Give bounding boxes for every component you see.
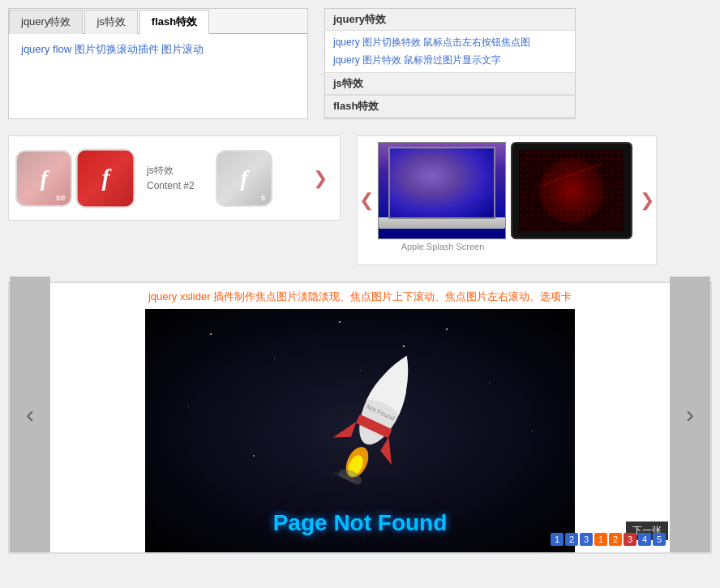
gallery-item-1-caption: Apple Splash Screen [378, 242, 508, 251]
xslider-content: Not Found Page Not Found [145, 309, 575, 552]
flash-icon-1-letter: f [41, 165, 47, 191]
right-chevron-icon: › [686, 401, 694, 428]
flash-slide-track: f se f js特效 Content #2 f s [15, 150, 272, 207]
xslider-row: ‹ [10, 309, 710, 552]
tab-panel: jquery特效 js特效 flash特效 jquery flow 图片切换滚动… [8, 8, 308, 119]
page-dot-3[interactable]: 3 [580, 533, 593, 546]
flash-icon-2: f [75, 148, 135, 208]
page-dot-8[interactable]: 5 [653, 533, 666, 546]
gallery-item-2 [511, 142, 641, 260]
tab-js[interactable]: js特效 [84, 10, 137, 34]
flash-icon-3-sub: s [261, 192, 266, 202]
tab-jquery[interactable]: jquery特效 [9, 10, 83, 34]
flash-icon-1: f se [15, 150, 72, 207]
category-js-title: js特效 [325, 73, 575, 95]
tab-flash-link[interactable]: jquery flow 图片切换滚动插件 图片滚动 [21, 43, 204, 55]
left-chevron-icon: ‹ [26, 401, 34, 428]
page-dot-6[interactable]: 3 [624, 533, 636, 546]
top-section: jquery特效 js特效 flash特效 jquery flow 图片切换滚动… [0, 0, 720, 119]
flash-slide-title: js特效 [147, 163, 195, 178]
flash-right-arrow[interactable]: ❯ [309, 168, 332, 189]
page-dot-4[interactable]: 1 [594, 533, 607, 546]
xslider-title: jquery xslider 插件制作焦点图片淡隐淡现、焦点图片上下滚动、焦点图… [10, 290, 710, 309]
tab-bar: jquery特效 js特效 flash特效 [9, 9, 307, 34]
xslider-left-arrow[interactable]: ‹ [10, 277, 50, 552]
pagination: 1 2 3 1 2 3 4 5 [551, 533, 666, 546]
category-flash-title: flash特效 [325, 96, 575, 118]
category-jquery-section: jquery特效 jquery 图片切换特效 鼠标点击左右按钮焦点图 jquer… [325, 9, 575, 73]
flash-slide-info: js特效 Content #2 [147, 163, 195, 194]
category-panel: jquery特效 jquery 图片切换特效 鼠标点击左右按钮焦点图 jquer… [324, 8, 576, 119]
category-flash-section: flash特效 [325, 96, 575, 118]
gallery-left-arrow[interactable]: ❮ [359, 190, 374, 211]
flash-slide-subtitle: Content #2 [147, 178, 195, 194]
xslider-right-arrow[interactable]: › [670, 277, 710, 552]
page-dot-5[interactable]: 2 [609, 533, 622, 546]
category-jquery-title: jquery特效 [325, 9, 575, 31]
flash-icon-2-letter: f [102, 165, 109, 192]
flash-icon-3: f s [216, 150, 272, 207]
gallery-right-arrow[interactable]: ❯ [640, 190, 654, 211]
page-not-found-text: Page Not Found [273, 510, 448, 536]
gallery-track: Apple Splash Screen [378, 142, 641, 260]
page-dot-1[interactable]: 1 [551, 533, 564, 546]
page-dot-2[interactable]: 2 [565, 533, 578, 546]
bottom-section: jquery xslider 插件制作焦点图片淡隐淡现、焦点图片上下滚动、焦点图… [8, 281, 712, 554]
tab-flash-content: jquery flow 图片切换滚动插件 图片滚动 [9, 34, 307, 65]
middle-section: f se f js特效 Content #2 f s ❯ ❮ [0, 127, 720, 273]
category-jquery-link-2[interactable]: jquery 图片特效 鼠标滑过图片显示文字 [333, 52, 567, 70]
tab-flash[interactable]: flash特效 [139, 10, 209, 34]
rocket-scene: Not Found Page Not Found [145, 309, 575, 552]
category-jquery-link-1[interactable]: jquery 图片切换特效 鼠标点击左右按钮焦点图 [333, 34, 567, 52]
flash-icon-1-sub: se [56, 192, 66, 202]
category-jquery-links: jquery 图片切换特效 鼠标点击左右按钮焦点图 jquery 图片特效 鼠标… [325, 31, 575, 72]
gallery-item-1: Apple Splash Screen [378, 142, 508, 260]
page-dot-7[interactable]: 4 [638, 533, 651, 546]
flash-icon-3-letter: f [241, 165, 247, 191]
image-gallery: ❮ Apple Splash Screen [357, 135, 657, 265]
flash-slider: f se f js特效 Content #2 f s ❯ [8, 135, 341, 221]
category-js-section: js特效 [325, 73, 575, 96]
